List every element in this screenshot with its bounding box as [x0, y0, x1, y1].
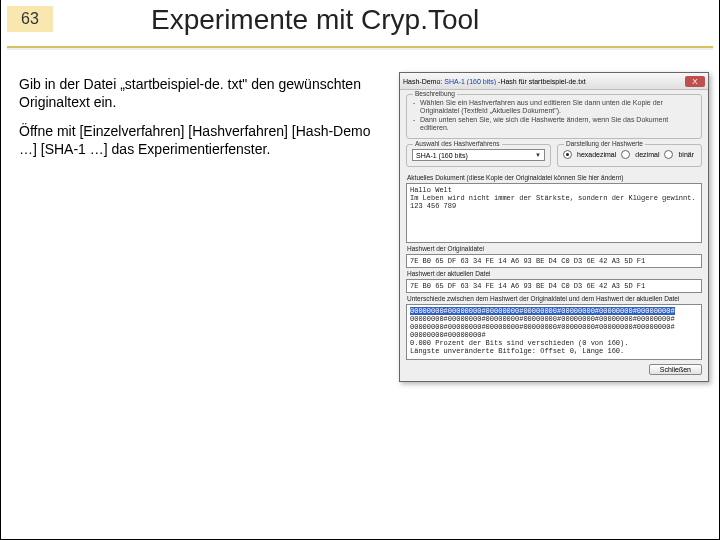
close-button[interactable]: Schließen — [649, 364, 702, 375]
radio-hexadecimal[interactable] — [563, 150, 572, 159]
radio-label: dezimal — [635, 151, 659, 158]
chevron-down-icon: ▼ — [535, 152, 541, 158]
hash-current-label: Hashwert der aktuellen Datei — [407, 270, 702, 277]
hash-original-readonly: 7E B0 65 DF 63 34 FE 14 A6 93 BE D4 C0 D… — [406, 254, 702, 268]
format-group-title: Darstellung der Hashwerte — [564, 140, 645, 147]
body-paragraph-1: Gib in der Datei „startbeispiel-de. txt"… — [19, 76, 389, 111]
hash-select-title: Auswahl des Hashverfahrens — [413, 140, 502, 147]
slide-body: Gib in der Datei „startbeispiel-de. txt"… — [19, 76, 389, 170]
close-icon[interactable]: X — [685, 76, 705, 87]
diff-readonly: 00000000#00000000#00000000#00000000#0000… — [406, 304, 702, 360]
diff-row: 00000000#00000000#00000000#00000000#0000… — [410, 315, 675, 323]
diff-row: Längste unveränderte Bitfolge: Offset 0,… — [410, 347, 624, 355]
body-paragraph-2: Öffne mit [Einzelverfahren] [Hashverfahr… — [19, 123, 389, 158]
hash-demo-dialog: Hash-Demo: SHA-1 (160 bits) -Hash für st… — [399, 72, 709, 382]
description-group: Beschreibung Wählen Sie ein Hashverfahre… — [406, 94, 702, 139]
dialog-titlebar[interactable]: Hash-Demo: SHA-1 (160 bits) -Hash für st… — [400, 73, 708, 90]
description-line: Wählen Sie ein Hashverfahren aus und edi… — [420, 99, 696, 115]
hash-current-readonly: 7E B0 65 DF 63 34 FE 14 A6 93 BE D4 C0 D… — [406, 279, 702, 293]
slide-header: 63 Experimente mit Cryp.Tool — [1, 0, 719, 60]
hash-algorithm-select[interactable]: SHA-1 (160 bits) ▼ — [412, 149, 545, 161]
diff-row: 00000000#00000000# — [410, 331, 486, 339]
description-group-title: Beschreibung — [413, 90, 457, 97]
slide-title: Experimente mit Cryp.Tool — [151, 4, 479, 36]
current-document-textarea[interactable]: Hallo Welt Im Leben wird nicht immer der… — [406, 183, 702, 243]
radio-decimal[interactable] — [621, 150, 630, 159]
page-number: 63 — [7, 6, 53, 32]
radio-binary[interactable] — [664, 150, 673, 159]
hash-algorithm-value: SHA-1 (160 bits) — [416, 152, 468, 159]
editor-label: Aktuelles Dokument (diese Kopie der Orig… — [407, 174, 702, 181]
hash-select-group: Auswahl des Hashverfahrens SHA-1 (160 bi… — [406, 144, 551, 167]
titlebar-prefix: Hash-Demo: — [403, 78, 442, 85]
diff-row-highlight: 00000000#00000000#00000000#00000000#0000… — [410, 307, 675, 315]
format-group: Darstellung der Hashwerte hexadezimal de… — [557, 144, 702, 167]
title-underline — [7, 46, 713, 48]
titlebar-algorithm: SHA-1 (160 bits) — [444, 78, 496, 85]
titlebar-suffix: -Hash für startbeispiel-de.txt — [498, 78, 586, 85]
description-line: Dann unten sehen Sie, wie sich die Hashw… — [420, 116, 696, 132]
radio-label: hexadezimal — [577, 151, 616, 158]
diff-row: 0.000 Prozent der Bits sind verschieden … — [410, 339, 628, 347]
diff-row: 00000000#00000000#00000000#00000000#0000… — [410, 323, 675, 331]
hash-original-label: Hashwert der Originaldatei — [407, 245, 702, 252]
diff-label: Unterschiede zwischen dem Hashwert der O… — [407, 295, 702, 302]
radio-label: binär — [678, 151, 694, 158]
